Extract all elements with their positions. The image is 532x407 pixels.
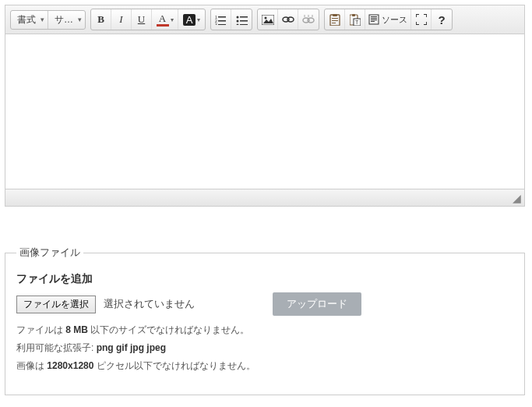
link-button[interactable]: [278, 9, 298, 30]
ordered-list-button[interactable]: 123: [211, 9, 231, 30]
format-group: 書式 ▾ サ… ▾: [10, 10, 86, 30]
maximize-icon: [416, 14, 427, 25]
editor-toolbar: 書式 ▾ サ… ▾ B I U A ▾ A ▾ 123: [5, 5, 524, 34]
bold-button[interactable]: B: [91, 9, 111, 30]
svg-point-13: [264, 16, 266, 19]
source-label: ソース: [382, 14, 407, 26]
image-icon: [262, 15, 274, 25]
svg-text:3: 3: [215, 23, 217, 25]
list-group: 123: [210, 9, 252, 30]
svg-rect-7: [240, 16, 248, 18]
insert-group: [257, 9, 319, 30]
no-file-text: 選択されていません: [104, 297, 195, 311]
svg-rect-23: [332, 18, 338, 19]
clipboard-icon: [329, 14, 340, 26]
size-dropdown[interactable]: サ… ▾: [48, 11, 85, 29]
svg-text:T: T: [355, 19, 359, 25]
svg-rect-31: [371, 16, 377, 17]
editor-footer: ◢: [5, 189, 524, 206]
svg-rect-32: [371, 18, 377, 19]
svg-rect-1: [218, 16, 226, 18]
fieldset-legend: 画像ファイル: [16, 246, 83, 260]
svg-rect-34: [371, 21, 375, 22]
image-button[interactable]: [258, 9, 278, 30]
paste-plain-icon: T: [350, 14, 361, 26]
svg-rect-24: [332, 20, 338, 21]
format-label: 書式: [17, 13, 36, 27]
chevron-down-icon: ▾: [78, 16, 82, 23]
svg-rect-25: [332, 23, 336, 23]
format-dropdown[interactable]: 書式 ▾: [11, 11, 48, 29]
size-hint: ファイルは 8 MB 以下のサイズでなければなりません。: [16, 324, 513, 337]
svg-rect-3: [218, 20, 226, 22]
paste-text-button[interactable]: T: [345, 9, 365, 30]
underline-button[interactable]: U: [132, 9, 152, 30]
file-select-row: ファイルを選択 選択されていません アップロード: [16, 292, 513, 316]
chain-link-icon: [282, 16, 294, 23]
image-file-fieldset: 画像ファイル ファイルを追加 ファイルを選択 選択されていません アップロード …: [5, 246, 525, 395]
bg-color-icon: A: [183, 14, 196, 26]
svg-rect-33: [371, 19, 377, 20]
svg-point-8: [236, 19, 238, 22]
upload-button[interactable]: アップロード: [273, 292, 361, 316]
svg-rect-9: [240, 20, 248, 22]
numbered-list-icon: 123: [215, 15, 227, 25]
bullet-list-icon: [236, 15, 248, 25]
choose-file-button[interactable]: ファイルを選択: [16, 296, 96, 313]
paste-word-button[interactable]: [325, 9, 345, 30]
rich-text-editor: 書式 ▾ サ… ▾ B I U A ▾ A ▾ 123: [5, 5, 525, 207]
add-file-heading: ファイルを追加: [16, 272, 513, 286]
chevron-down-icon: ▾: [41, 16, 44, 23]
svg-point-10: [236, 23, 238, 25]
unlink-icon: [302, 15, 315, 24]
chevron-down-icon: ▾: [171, 16, 174, 23]
size-label: サ…: [55, 13, 73, 27]
resize-handle[interactable]: ◢: [513, 192, 521, 204]
svg-rect-11: [240, 24, 248, 25]
source-button[interactable]: ソース: [365, 9, 411, 30]
svg-rect-12: [262, 15, 274, 25]
maximize-button[interactable]: [411, 9, 432, 30]
tools-group: T ソース ?: [324, 9, 453, 30]
svg-rect-22: [333, 14, 337, 16]
chevron-down-icon: ▾: [197, 16, 200, 23]
svg-rect-5: [218, 24, 226, 25]
unordered-list-button[interactable]: [231, 9, 252, 30]
font-style-group: B I U A ▾ A ▾: [90, 9, 206, 30]
svg-point-15: [287, 17, 294, 22]
svg-point-17: [308, 18, 314, 23]
dim-hint: 画像は 1280x1280 ピクセル以下でなければなりません。: [16, 359, 513, 373]
italic-button[interactable]: I: [111, 9, 132, 30]
text-color-icon: A: [157, 13, 169, 27]
svg-rect-27: [352, 14, 355, 16]
editor-content-area[interactable]: [5, 34, 524, 189]
text-color-button[interactable]: A ▾: [152, 9, 178, 30]
unlink-button[interactable]: [298, 9, 319, 30]
bg-color-button[interactable]: A ▾: [178, 9, 205, 30]
help-button[interactable]: ?: [432, 9, 452, 30]
source-icon: [368, 14, 379, 25]
svg-point-6: [236, 16, 238, 18]
ext-hint: 利用可能な拡張子: png gif jpg jpeg: [16, 342, 513, 355]
